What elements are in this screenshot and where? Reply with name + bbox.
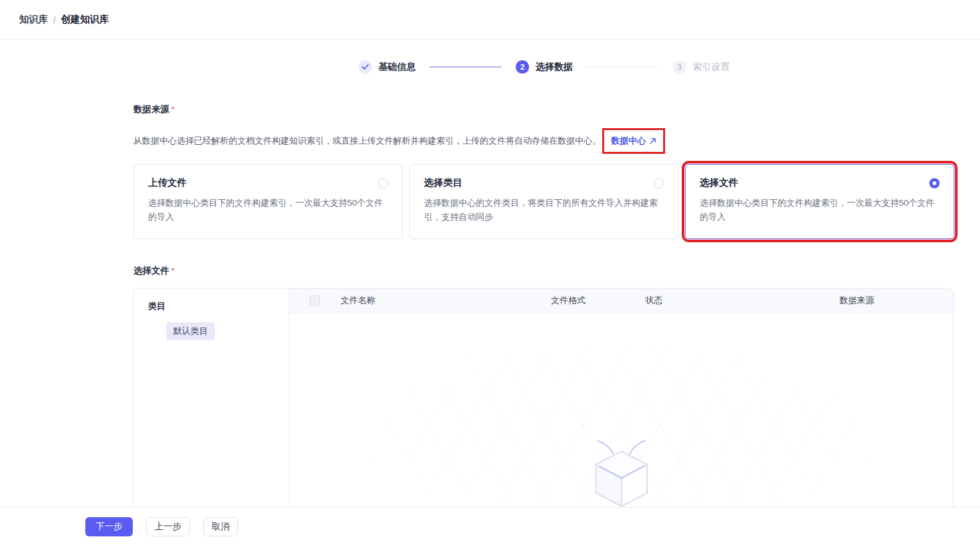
option-card-upload-file[interactable]: 上传文件 选择数据中心类目下的文件构建索引，一次最大支持50个文件的导入 [133,164,403,239]
step-done-circle [359,60,372,74]
arrow-up-right-icon [650,138,656,144]
file-table: 文件名称 文件格式 状态 数据来源 [289,289,953,529]
data-source-section-header: 数据来源* [133,103,955,115]
step-label: 基础信息 [378,61,416,73]
next-step-button[interactable]: 下一步 [85,517,133,536]
category-panel-title: 类目 [148,301,275,312]
data-source-options: 上传文件 选择数据中心类目下的文件构建索引，一次最大支持50个文件的导入 选择类… [133,164,955,239]
card-description: 选择数据中心类目下的文件构建索引，一次最大支持50个文件的导入 [148,196,388,225]
data-center-link[interactable]: 数据中心 [611,135,656,147]
empty-state-box-icon [580,436,663,515]
breadcrumb: 知识库 / 创建知识库 [19,13,109,26]
step-connector [430,67,502,67]
data-source-label: 数据来源 [133,104,169,114]
select-all-cell [289,295,341,306]
breadcrumb-parent-link[interactable]: 知识库 [19,13,48,26]
option-card-select-category[interactable]: 选择类目 选择数据中心的文件类目，将类目下的所有文件导入并构建索引，支持自动同步 [409,164,679,239]
file-picker-panel: 类目 默认类目 文件名称 文件格式 状态 数据来源 [133,288,954,529]
card-title: 选择类目 [424,177,462,189]
check-icon [362,64,369,70]
breadcrumb-separator: / [53,15,56,25]
step-connector [587,67,659,67]
table-header-row: 文件名称 文件格式 状态 数据来源 [289,289,953,313]
card-title: 上传文件 [148,177,187,189]
column-header-status: 状态 [639,295,761,306]
radio-unchecked-icon[interactable] [654,178,664,188]
card-title: 选择文件 [700,177,738,189]
file-picker-section-header: 选择文件* [133,265,955,277]
step-label: 选择数据 [536,61,573,73]
step-basic-info: 基础信息 [359,60,416,74]
data-center-link-label: 数据中心 [611,135,646,147]
previous-step-button[interactable]: 上一步 [146,517,190,536]
column-header-file-name: 文件名称 [341,295,498,306]
column-header-data-source: 数据来源 [761,295,953,306]
option-card-select-file[interactable]: 选择文件 选择数据中心类目下的文件构建索引，一次最大支持50个文件的导入 [685,164,954,239]
data-source-description-row: 从数据中心选择已经解析的文档文件构建知识索引，或直接上传文件解析并构建索引，上传… [133,128,955,154]
main-content: 基础信息 2 选择数据 3 索引设置 数据来源* 从数据中心选择已经解析的文档文… [133,40,955,529]
required-asterisk: * [171,104,174,114]
card-description: 选择数据中心的文件类目，将类目下的所有文件导入并构建索引，支持自动同步 [424,196,664,225]
page-title: 创建知识库 [61,13,109,26]
required-asterisk: * [171,266,174,276]
step-index-settings: 3 索引设置 [673,60,730,74]
select-all-checkbox[interactable] [310,295,320,306]
data-source-description: 从数据中心选择已经解析的文档文件构建知识索引，或直接上传文件解析并构建索引，上传… [133,135,601,147]
radio-checked-icon[interactable] [929,178,940,188]
card-description: 选择数据中心类目下的文件构建索引，一次最大支持50个文件的导入 [700,196,940,225]
cancel-button[interactable]: 取消 [203,517,238,536]
column-header-file-format: 文件格式 [498,295,639,306]
step-select-data: 2 选择数据 [516,60,573,74]
category-sidebar: 类目 默认类目 [134,289,289,529]
wizard-footer: 下一步 上一步 取消 [0,507,980,546]
top-bar: 知识库 / 创建知识库 [0,0,980,40]
category-item-default[interactable]: 默认类目 [166,322,215,340]
step-label: 索引设置 [693,61,730,73]
table-body-empty [289,313,953,518]
radio-unchecked-icon[interactable] [378,178,388,188]
stepper: 基础信息 2 选择数据 3 索引设置 [133,60,955,74]
step-number: 3 [673,60,686,74]
file-picker-label: 选择文件 [133,265,169,276]
annotation-box-link: 数据中心 [602,128,665,154]
step-number: 2 [516,60,529,74]
